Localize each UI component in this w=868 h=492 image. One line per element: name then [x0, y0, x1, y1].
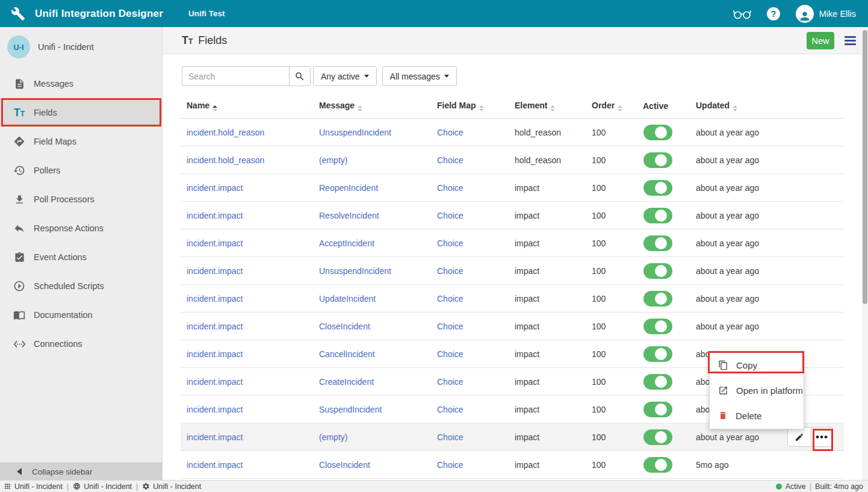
message-link[interactable]: (empty): [313, 155, 431, 165]
active-toggle[interactable]: [643, 402, 672, 417]
field-name-link[interactable]: incident.impact: [181, 460, 313, 470]
search-input[interactable]: [182, 66, 289, 86]
field-map-link[interactable]: Choice: [431, 432, 509, 442]
field-name-link[interactable]: incident.impact: [181, 377, 313, 387]
field-name-link[interactable]: incident.hold_reason: [181, 155, 313, 165]
active-toggle[interactable]: [643, 180, 672, 196]
scrollbar-thumb[interactable]: [863, 30, 867, 304]
sidebar-item-fields[interactable]: TT Fields: [0, 98, 162, 127]
field-name-link[interactable]: incident.impact: [181, 294, 313, 304]
sidebar-item-connections[interactable]: Connections: [0, 329, 162, 358]
edit-button[interactable]: [787, 427, 811, 447]
message-link[interactable]: CreateIncident: [313, 377, 431, 387]
active-toggle[interactable]: [643, 208, 672, 223]
message-link[interactable]: CancelIncident: [313, 349, 431, 359]
active-toggle[interactable]: [643, 374, 672, 390]
integration-header[interactable]: U-I Unifi - Incident: [0, 27, 162, 67]
active-toggle[interactable]: [643, 457, 672, 473]
order-cell: 100: [586, 460, 637, 470]
field-name-link[interactable]: incident.impact: [181, 266, 313, 276]
message-link[interactable]: AcceptIncident: [313, 238, 431, 248]
sidebar-item-field-maps[interactable]: Field Maps: [0, 127, 162, 156]
context-menu-copy[interactable]: Copy: [710, 352, 804, 378]
column-header-field-map[interactable]: Field Map: [431, 101, 509, 111]
sidebar-item-response-actions[interactable]: Response Actions: [0, 214, 162, 243]
field-name-link[interactable]: incident.impact: [181, 183, 313, 193]
active-toggle[interactable]: [643, 429, 672, 445]
field-map-link[interactable]: Choice: [431, 211, 509, 220]
column-header-order[interactable]: Order: [586, 101, 637, 111]
sidebar-item-documentation[interactable]: Documentation: [0, 300, 162, 329]
sidebar-item-label: Fields: [34, 108, 57, 117]
field-map-link[interactable]: Choice: [431, 460, 509, 470]
active-toggle[interactable]: [643, 263, 672, 279]
column-header-name[interactable]: Name: [181, 101, 313, 111]
field-map-link[interactable]: Choice: [431, 183, 509, 193]
column-header-updated[interactable]: Updated: [690, 101, 844, 111]
sidebar-item-scheduled-scripts[interactable]: Scheduled Scripts: [0, 272, 162, 300]
field-name-link[interactable]: incident.impact: [181, 322, 313, 331]
field-name-link[interactable]: incident.hold_reason: [181, 128, 313, 137]
sidebar-item-poll-processors[interactable]: Poll Processors: [0, 185, 162, 214]
updated-cell: about a year ago: [690, 211, 844, 220]
field-name-link[interactable]: incident.impact: [181, 405, 313, 414]
glasses-icon[interactable]: [733, 7, 751, 20]
statusbar-integration-link[interactable]: Unifi - Incident: [4, 482, 63, 491]
field-map-link[interactable]: Choice: [431, 405, 509, 414]
message-link[interactable]: ResolveIncident: [313, 211, 431, 220]
field-map-link[interactable]: Choice: [431, 266, 509, 276]
active-toggle[interactable]: [643, 319, 672, 334]
play-circle-icon: [13, 280, 26, 292]
search-button[interactable]: [289, 66, 311, 86]
collapse-sidebar-button[interactable]: Collapse sidebar: [0, 462, 163, 480]
active-toggle[interactable]: [643, 346, 672, 362]
sidebar-item-event-actions[interactable]: Event Actions: [0, 243, 162, 272]
context-menu-delete[interactable]: Delete: [710, 403, 804, 428]
active-toggle[interactable]: [643, 125, 672, 140]
field-map-link[interactable]: Choice: [431, 238, 509, 248]
element-cell: impact: [509, 460, 586, 470]
message-link[interactable]: ReopenIncident: [313, 183, 431, 193]
message-link[interactable]: (empty): [313, 432, 431, 442]
context-menu-open-in-platform[interactable]: Open in platform: [710, 378, 804, 403]
messages-filter-dropdown[interactable]: All messages: [382, 66, 457, 86]
help-icon[interactable]: ?: [767, 7, 780, 20]
statusbar-settings-link[interactable]: Unifi - Incident: [142, 482, 201, 491]
field-name-link[interactable]: incident.impact: [181, 432, 313, 442]
field-map-link[interactable]: Choice: [431, 294, 509, 304]
active-toggle[interactable]: [643, 291, 672, 307]
field-map-link[interactable]: Choice: [431, 322, 509, 331]
message-link[interactable]: UnsuspendIncident: [313, 266, 431, 276]
message-link[interactable]: CloseIncident: [313, 460, 431, 470]
context-menu-label: Copy: [736, 360, 757, 370]
new-button[interactable]: New: [807, 32, 834, 49]
active-filter-dropdown[interactable]: Any active: [313, 66, 377, 86]
status-label: Active: [786, 482, 806, 491]
text-fields-icon: TT: [182, 35, 193, 46]
active-toggle[interactable]: [643, 152, 672, 168]
message-link[interactable]: SuspendIncident: [313, 405, 431, 414]
chevron-down-icon: [364, 75, 369, 78]
statusbar-globe-link[interactable]: Unifi - Incident: [73, 482, 132, 491]
sidebar-item-messages[interactable]: Messages: [0, 69, 162, 98]
active-status-dot: [776, 484, 782, 490]
more-actions-button[interactable]: •••: [811, 427, 833, 447]
element-cell: impact: [509, 183, 586, 193]
field-map-link[interactable]: Choice: [431, 349, 509, 359]
field-map-link[interactable]: Choice: [431, 128, 509, 137]
message-link[interactable]: CloseIncident: [313, 322, 431, 331]
updated-cell: about a year ago: [690, 183, 844, 193]
field-name-link[interactable]: incident.impact: [181, 238, 313, 248]
active-toggle[interactable]: [643, 235, 672, 251]
field-name-link[interactable]: incident.impact: [181, 211, 313, 220]
message-link[interactable]: UpdateIncident: [313, 294, 431, 304]
field-name-link[interactable]: incident.impact: [181, 349, 313, 359]
column-header-message[interactable]: Message: [313, 101, 431, 111]
menu-icon[interactable]: [845, 36, 856, 47]
column-header-element[interactable]: Element: [509, 101, 586, 111]
user-menu[interactable]: Mike Ellis: [796, 5, 856, 23]
message-link[interactable]: UnsuspendIncident: [313, 128, 431, 137]
field-map-link[interactable]: Choice: [431, 155, 509, 165]
sidebar-item-pollers[interactable]: Pollers: [0, 156, 162, 185]
field-map-link[interactable]: Choice: [431, 377, 509, 387]
